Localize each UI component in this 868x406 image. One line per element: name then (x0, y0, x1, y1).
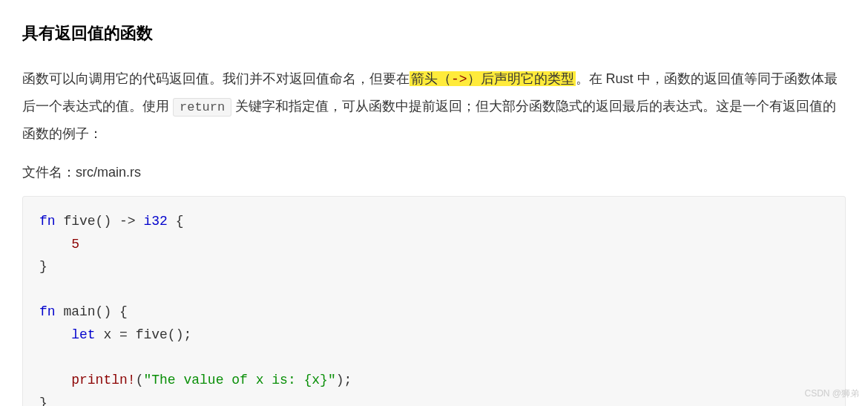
indent (39, 327, 71, 342)
keyword-fn: fn (39, 214, 56, 229)
string-literal: "The value of x is: {x}" (143, 373, 335, 387)
indent (39, 373, 71, 387)
paren: ( (136, 373, 144, 387)
section-heading: 具有返回值的函数 (22, 22, 846, 45)
arrow-symbol: -> (451, 72, 467, 87)
type-i32: i32 (143, 214, 167, 229)
inline-code-return: return (173, 98, 231, 117)
fn-name-main: main() { (56, 304, 128, 319)
brace: } (39, 259, 47, 274)
text-segment: 函数可以向调用它的代码返回值。我们并不对返回值命名，但要在 (22, 71, 410, 86)
highlight-prefix: 箭头（ (411, 71, 451, 86)
filename-label: 文件名：src/main.rs (22, 163, 846, 181)
paren: ); (336, 373, 352, 387)
arrow-op: -> (119, 214, 136, 229)
watermark: CSDN @狮弟 (804, 387, 859, 400)
brace: { (168, 214, 184, 229)
space (136, 214, 144, 229)
code-block: fn five() -> i32 { 5 } fn main() { let x… (22, 196, 846, 406)
macro-println: println! (71, 373, 135, 387)
keyword-let: let (71, 327, 95, 342)
let-statement: x = five(); (96, 327, 192, 342)
keyword-fn: fn (39, 304, 56, 319)
brace: } (39, 396, 47, 406)
highlighted-text: 箭头（->）后声明它的类型 (410, 71, 576, 86)
description-paragraph: 函数可以向调用它的代码返回值。我们并不对返回值命名，但要在箭头（->）后声明它的… (22, 65, 846, 147)
indent (39, 237, 71, 252)
highlight-suffix: ）后声明它的类型 (467, 71, 574, 86)
number-literal: 5 (71, 237, 79, 252)
fn-name-five: five() (56, 214, 119, 229)
